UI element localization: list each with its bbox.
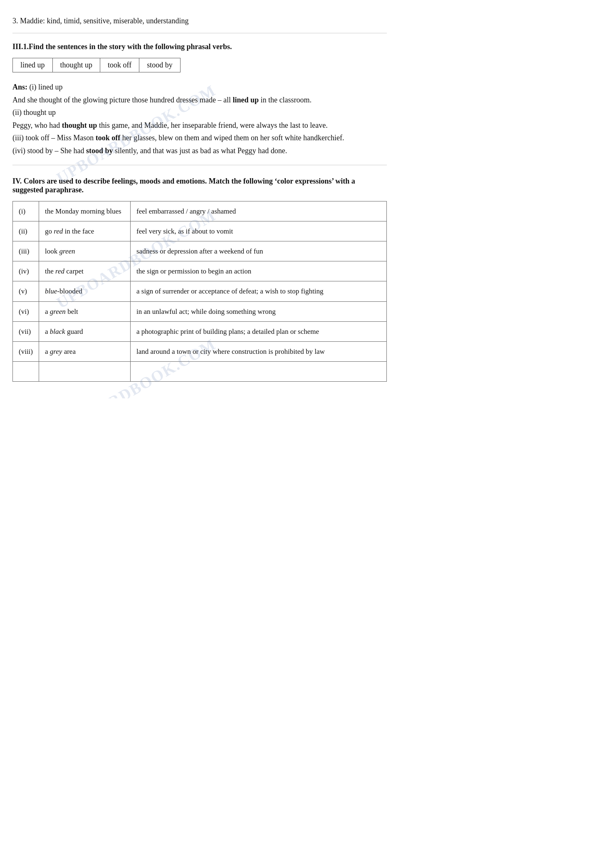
table-row: (iv) the red carpet the sign or permissi… [13, 261, 387, 281]
section-divider-2 [12, 165, 387, 165]
row-v-num: (v) [13, 281, 39, 301]
table-row: (ii) go red in the face feel very sick, … [13, 221, 387, 241]
row-i-expr: the Monday morning blues [39, 201, 131, 221]
row-i-num: (i) [13, 201, 39, 221]
ans-ivi-label: (ivi) stood by – She had stood by silent… [12, 144, 387, 157]
row-ii-para: feel very sick, as if about to vomit [131, 221, 387, 241]
row-iii-num: (iii) [13, 241, 39, 261]
table-row: (viii) a grey area land around a town or… [13, 341, 387, 361]
table-row: (v) blue-blooded a sign of surrender or … [13, 281, 387, 301]
row-iii-expr: look green [39, 241, 131, 261]
ans-ii-label: (ii) thought up [12, 106, 387, 119]
section4-title: IV. Colors are used to describe feelings… [12, 177, 387, 194]
question3-label: 3. Maddie: [12, 17, 45, 25]
ans-ii-bold: thought up [62, 121, 97, 129]
ans-iii-label: (iii) took off – Miss Mason took off her… [12, 132, 387, 144]
row-iv-expr: the red carpet [39, 261, 131, 281]
section3-title: III.1.Find the sentences in the story wi… [12, 42, 387, 51]
answer-block: Ans: (i) lined up And she thought of the… [12, 81, 387, 157]
row-empty-para [131, 362, 387, 382]
row-iii-para: sadness or depression after a weekend of… [131, 241, 387, 261]
answer-label-line: Ans: (i) lined up [12, 81, 387, 94]
phrasal-verb-box: lined up thought up took off stood by [12, 58, 181, 72]
row-ii-num: (ii) [13, 221, 39, 241]
ans-ii-text: Peggy, who had thought up this game, and… [12, 119, 387, 132]
row-vi-expr: a green belt [39, 301, 131, 321]
row-v-expr: blue-blooded [39, 281, 131, 301]
row-i-para: feel embarrassed / angry / ashamed [131, 201, 387, 221]
phrasal-verb-took-off: took off [100, 58, 139, 72]
table-row: (iii) look green sadness or depression a… [13, 241, 387, 261]
ans-ivi-bold: stood by [86, 147, 113, 155]
row-iv-num: (iv) [13, 261, 39, 281]
phrasal-verb-stood-by: stood by [139, 58, 180, 72]
row-v-para: a sign of surrender or acceptance of def… [131, 281, 387, 301]
row-vi-para: in an unlawful act; while doing somethin… [131, 301, 387, 321]
table-row-empty [13, 362, 387, 382]
ans-i-text: And she thought of the glowing picture t… [12, 94, 387, 107]
ans-label: Ans: [12, 83, 27, 91]
question3-content: kind, timid, sensitive, miserable, under… [47, 17, 189, 25]
row-vi-num: (vi) [13, 301, 39, 321]
row-iv-para: the sign or permission to begin an actio… [131, 261, 387, 281]
ans-i-label: (i) lined up [30, 83, 63, 91]
row-ii-expr: go red in the face [39, 221, 131, 241]
row-vii-num: (vii) [13, 321, 39, 341]
row-vii-expr: a black guard [39, 321, 131, 341]
row-viii-para: land around a town or city where constru… [131, 341, 387, 361]
section-divider-1 [12, 33, 387, 33]
row-viii-num: (viii) [13, 341, 39, 361]
table-row: (i) the Monday morning blues feel embarr… [13, 201, 387, 221]
row-empty-expr [39, 362, 131, 382]
question3-text: 3. Maddie: kind, timid, sensitive, miser… [12, 17, 387, 25]
table-row: (vii) a black guard a photographic print… [13, 321, 387, 341]
row-empty-num [13, 362, 39, 382]
row-viii-expr: a grey area [39, 341, 131, 361]
phrasal-verb-lined-up: lined up [13, 58, 53, 72]
row-vii-para: a photographic print of building plans; … [131, 321, 387, 341]
phrasal-verb-thought-up: thought up [53, 58, 101, 72]
color-expressions-table: (i) the Monday morning blues feel embarr… [12, 201, 387, 382]
ans-iii-bold: took off [96, 134, 121, 142]
ans-i-bold: lined up [233, 96, 259, 104]
table-row: (vi) a green belt in an unlawful act; wh… [13, 301, 387, 321]
